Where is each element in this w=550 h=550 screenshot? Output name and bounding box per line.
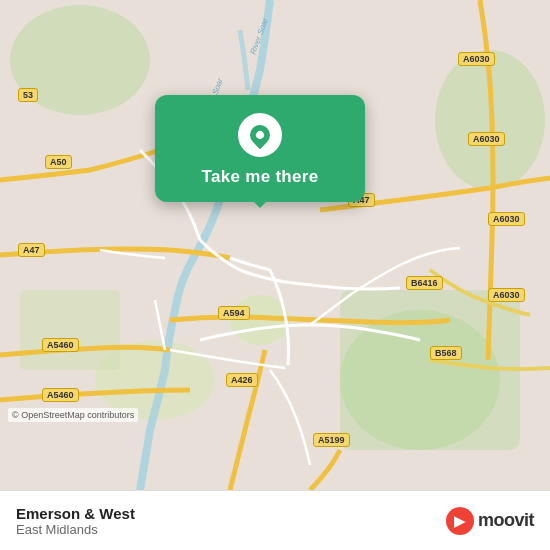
road-badge-A426: A426 [226, 373, 258, 387]
road-badge-A6030-4: A6030 [488, 288, 525, 302]
location-region: East Midlands [16, 522, 135, 537]
svg-rect-7 [20, 290, 120, 370]
copyright-text: © OpenStreetMap contributors [8, 408, 138, 422]
location-pin [238, 113, 282, 157]
road-badge-B6416: B6416 [406, 276, 443, 290]
road-badge-A6030-2: A6030 [468, 132, 505, 146]
popup-card[interactable]: Take me there [155, 95, 365, 202]
road-badge-A5199: A5199 [313, 433, 350, 447]
moovit-logo-text: moovit [478, 510, 534, 531]
location-info: Emerson & West East Midlands [16, 505, 135, 537]
road-badge-A6030-3: A6030 [488, 212, 525, 226]
take-me-there-button[interactable]: Take me there [202, 167, 319, 187]
road-badge-A5460-2: A5460 [42, 388, 79, 402]
road-badge-53: 53 [18, 88, 38, 102]
location-name: Emerson & West [16, 505, 135, 522]
svg-point-4 [340, 310, 500, 450]
moovit-icon-letter: ▶ [454, 513, 465, 529]
road-badge-A5460-1: A5460 [42, 338, 79, 352]
moovit-icon: ▶ [446, 507, 474, 535]
moovit-logo: ▶ moovit [446, 507, 534, 535]
road-badge-A50: A50 [45, 155, 72, 169]
map-container: River Soar River Soar A50 A47 A47 A6030 … [0, 0, 550, 490]
road-badge-A594: A594 [218, 306, 250, 320]
road-badge-A6030-1: A6030 [458, 52, 495, 66]
pin-inner [246, 121, 274, 149]
road-badge-A47-left: A47 [18, 243, 45, 257]
bottom-bar: Emerson & West East Midlands ▶ moovit [0, 490, 550, 550]
road-badge-B568: B568 [430, 346, 462, 360]
